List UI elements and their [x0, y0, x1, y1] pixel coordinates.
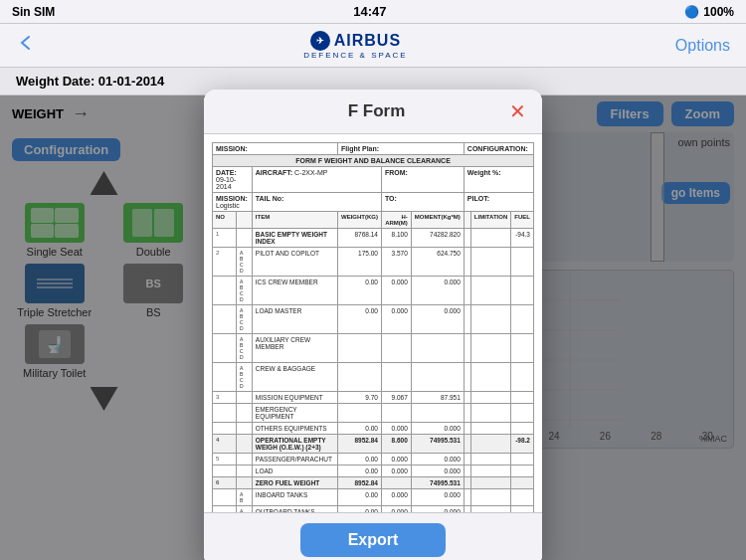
modal-title: F Form [244, 101, 509, 121]
modal-footer: Export [204, 512, 542, 561]
nav-bar: ✈ AIRBUS DEFENCE & SPACE Options [0, 24, 746, 68]
table-date-row: DATE: 09-10-2014 AIRCRAFT: C-2XX-MP FROM… [213, 166, 534, 192]
table-row: 1 BASIC EMPTY WEIGHT INDEX 8768.14 8.100… [213, 228, 534, 247]
status-left: Sin SIM [12, 5, 55, 19]
table-row: ABCD CREW & BAGGAGE [213, 362, 534, 391]
weight-date-label: Weight Date: 01-01-2014 [16, 74, 164, 89]
modal-overlay: F Form ✕ MISSION: Flight Plan: CONFIGURA… [0, 95, 746, 560]
table-mission-row: MISSION: Flight Plan: CONFIGURATION: [213, 142, 534, 154]
table-row: 3 MISSION EQUIPMENT 9.70 9.067 87.951 [213, 391, 534, 403]
export-button[interactable]: Export [300, 523, 447, 557]
options-button[interactable]: Options [675, 37, 730, 55]
table-row: ABCD LOAD MASTER 0.00 0.000 0.000 [213, 304, 534, 333]
table-row: ABCD AUXILIARY CREW MEMBER [213, 333, 534, 362]
table-row: LOAD 0.00 0.000 0.000 [213, 465, 534, 476]
f-form-modal: F Form ✕ MISSION: Flight Plan: CONFIGURA… [204, 90, 542, 561]
app-logo: ✈ AIRBUS DEFENCE & SPACE [303, 31, 408, 60]
table-row: AB INBOARD TANKS 0.00 0.000 0.000 [213, 488, 534, 505]
table-row: OTHERS EQUIPMENTS 0.00 0.000 0.000 [213, 422, 534, 434]
main-content: WEIGHT → Configuration Single Seat [0, 95, 746, 560]
table-form-title-row: FORM F WEIGHT AND BALANCE CLEARANCE [213, 154, 534, 166]
table-row: 4 OPERATIONAL EMPTY WEIGH (O.E.W.) (2+3)… [213, 434, 534, 453]
carrier-label: Sin SIM [12, 5, 55, 19]
modal-body[interactable]: MISSION: Flight Plan: CONFIGURATION: FOR… [204, 134, 542, 512]
back-button[interactable] [16, 33, 36, 58]
modal-close-button[interactable]: ✕ [509, 101, 526, 121]
logo-subtext: DEFENCE & SPACE [303, 51, 408, 60]
logo-text: AIRBUS [334, 32, 401, 50]
table-column-headers: NO ITEM WEIGHT(KG) H-ARM(M) MOMENT(Kg*M)… [213, 211, 534, 228]
status-time: 14:47 [353, 4, 386, 19]
f-form-table: MISSION: Flight Plan: CONFIGURATION: FOR… [212, 142, 534, 512]
table-row: EMERGENCY EQUIPMENT [213, 403, 534, 422]
table-mission-type-row: MISSION: Logistic TAIL No: TO: PILOT: [213, 192, 534, 211]
table-row: 2 ABCD PILOT AND COPILOT 175.00 3.570 62… [213, 247, 534, 276]
modal-header: F Form ✕ [204, 90, 542, 134]
table-row: 6 ZERO FUEL WEIGHT 8952.84 74995.531 [213, 476, 534, 488]
bluetooth-icon: 🔵 [684, 5, 699, 19]
table-row: 5 PASSENGER/PARACHUT 0.00 0.000 0.000 [213, 453, 534, 465]
table-row: ABCD ICS CREW MEMBER 0.00 0.000 0.000 [213, 276, 534, 304]
battery-label: 100% [703, 5, 734, 19]
status-bar: Sin SIM 14:47 🔵 100% [0, 0, 746, 24]
status-right: 🔵 100% [684, 5, 734, 19]
